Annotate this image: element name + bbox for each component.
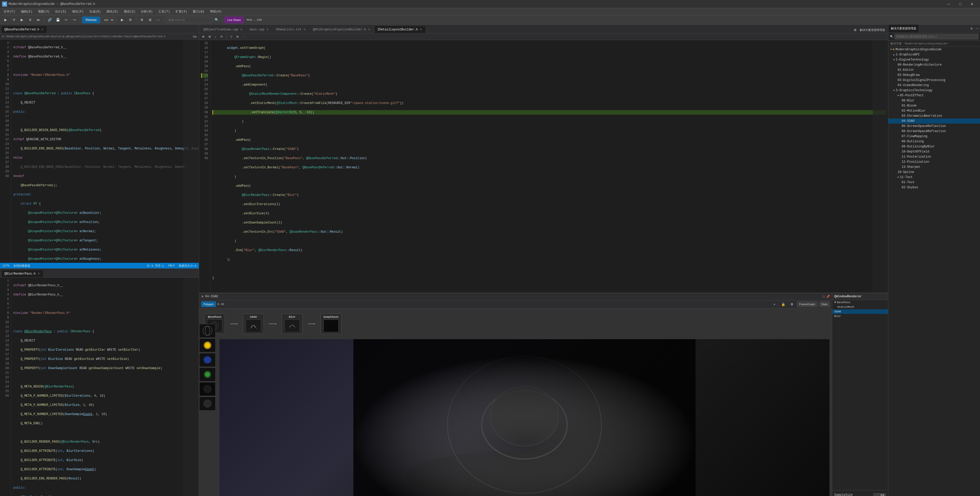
sol-item-ssrefraction[interactable]: 06-ScreenSpaceRefraction (888, 129, 980, 134)
tab-qbasepassdeferred[interactable]: QBasePassDeferred.h × (1, 26, 47, 33)
toolbar-step-button[interactable]: ⏭ (35, 17, 42, 23)
sol-item-chromatic[interactable]: 03-ChromaticAberration (888, 113, 980, 118)
menu-build[interactable]: 生成(B) (87, 8, 103, 15)
sol-item-root[interactable]: ▶ ⚙ ModernGraphicsEngineGuide (888, 47, 980, 52)
toolbar-save-button[interactable]: 💾 (54, 17, 62, 23)
close-button[interactable]: ✕ (966, 0, 978, 8)
tab-idetaillayout[interactable]: IDetailLayoutBuilder.h × (374, 26, 426, 33)
vp-lock-btn[interactable]: 🔒 (780, 301, 787, 308)
left-bottom-code-content[interactable]: #ifndef QBlurRenderPass_h__ #define QBlu… (11, 278, 199, 496)
sol-item-motionblur[interactable]: 02-MotionBlur (888, 108, 980, 113)
sol-item-pixelization[interactable]: 12-Pixelization (888, 159, 980, 164)
release-button[interactable]: Release (82, 17, 100, 23)
viewport-close-btn[interactable]: ✕ (201, 295, 204, 298)
sec-btn-filter[interactable]: ▽ (229, 34, 234, 39)
global-search-input[interactable] (166, 17, 212, 23)
vp-settings-btn2[interactable]: ⚙ (788, 301, 795, 308)
polygon-btn[interactable]: Polygon (201, 301, 216, 307)
toolbar-filter-button[interactable]: ⊞ (146, 17, 154, 23)
minimize-button[interactable]: ─ (943, 0, 955, 8)
tree-item-ssao[interactable]: SSAO (832, 309, 888, 314)
toolbar-attach-button[interactable]: 🔗 (46, 17, 53, 23)
sol-item-sharpen[interactable]: 13-Sharpen (888, 164, 980, 170)
sol-item-blur[interactable]: 00-Blur (888, 98, 980, 103)
path-go-button[interactable]: Go (193, 35, 197, 38)
tree-item-blur[interactable]: Blur (832, 314, 888, 319)
tab-close-qobject[interactable]: × (240, 27, 243, 32)
tab-close-main[interactable]: × (266, 27, 269, 32)
tab-close-idetail[interactable]: × (419, 27, 422, 32)
live-share-button[interactable]: Live Share (224, 17, 244, 23)
right-top-code-editor[interactable]: 1516171819 2021 22 2324252627 2829303132… (199, 40, 888, 293)
sol-item-enginetech[interactable]: ▶ 2-EngineTechnology (888, 57, 980, 62)
menu-help[interactable]: 帮助(H) (207, 8, 224, 15)
sol-item-graphicsapi[interactable]: ▶ 1-GraphicsAPI (888, 52, 980, 57)
sol-item-spline[interactable]: 10-Spline (888, 170, 980, 175)
tab-qrhigraphics[interactable]: QRhiGraphicsPipelineBuilder.h × (309, 26, 374, 33)
sol-item-debugdraw[interactable]: 02-DebugDraw (888, 73, 980, 78)
sol-item-ssao[interactable]: 04-SSAO (888, 118, 980, 124)
tab-maincpp[interactable]: main.cpp × (246, 26, 272, 33)
menu-debug[interactable]: 调试(D) (104, 8, 121, 15)
toolbar-back-button[interactable]: ▶ (2, 17, 9, 23)
tab-close-cmake[interactable]: × (303, 27, 306, 32)
toolbar-redo-button[interactable]: ↪ (71, 17, 78, 23)
sol-item-posterization[interactable]: 11-Posterization (888, 154, 980, 159)
menu-project[interactable]: 项目(P) (69, 8, 86, 15)
vp-add-btn[interactable]: + (771, 301, 778, 308)
tree-item-basepass[interactable]: ▼ BasePass (832, 300, 888, 305)
toolbar-pause-button[interactable]: ⏸ (27, 17, 34, 23)
viewport-maximize-btn[interactable]: □ (823, 295, 824, 298)
menu-window[interactable]: 窗口(W) (190, 8, 207, 15)
sol-item-dof[interactable]: 10-DepthOfField (888, 149, 980, 154)
menu-tools[interactable]: 工具(T) (156, 8, 172, 15)
menu-view[interactable]: 视图(V) (35, 8, 52, 15)
sec-btn-4[interactable]: ⟳ (219, 34, 224, 39)
sec-btn-collapse[interactable]: ⊟ (235, 34, 240, 39)
menu-extensions[interactable]: 扩展(X) (173, 8, 190, 15)
toolbar-refresh-button[interactable]: ↺ (10, 17, 18, 23)
far-right-close-btn[interactable]: ✕ (968, 27, 975, 30)
sol-item-renderarch[interactable]: 00-RenderingArchitecture (888, 62, 980, 67)
sol-item-01text[interactable]: 01-Text (888, 180, 980, 185)
sol-item-editor[interactable]: 01-Editor (888, 67, 980, 73)
left-bottom-code-editor[interactable]: 12345 678910 1112131415 1617181920 21222… (0, 278, 199, 496)
tab-close-qbase[interactable]: × (41, 27, 44, 32)
sol-item-flowmap[interactable]: 07-FlowMapping (888, 134, 980, 139)
sol-item-posteffect[interactable]: ▶ 05-PostEffect (888, 93, 980, 98)
menu-test[interactable]: 测试(S) (121, 8, 138, 15)
right-top-settings-btn[interactable]: ⚙ (852, 27, 859, 33)
toolbar-debug-run-button[interactable]: ⚙ (127, 17, 134, 23)
sol-item-skybox[interactable]: 02-Skybox (888, 185, 980, 190)
right-top-code-content[interactable]: widget.setFrameGraph( QFrameGraph::Begin… (210, 40, 888, 293)
maximize-button[interactable]: □ (955, 0, 966, 8)
tab-qobjecttreeview[interactable]: QObjectTreeView.cpp × (200, 26, 246, 33)
menu-edit[interactable]: 编辑(E) (18, 8, 35, 15)
tab-close-blur[interactable]: × (37, 272, 40, 276)
toolbar-play-button[interactable]: ▶ (18, 17, 25, 23)
tab-cmakelists[interactable]: CMakeLists.txt × (272, 26, 309, 33)
toolbar-more-button[interactable]: ⋯ (155, 17, 162, 23)
platform-dropdown[interactable]: x64 (101, 17, 115, 23)
far-right-more-btn[interactable]: ⋯ (975, 27, 980, 30)
toolbar-settings-button[interactable]: ⚙ (138, 17, 145, 23)
sol-item-videorendering[interactable]: 04-VideoRendering (888, 83, 980, 88)
menu-file[interactable]: 文件(F) (1, 8, 18, 15)
tab-close-qrhi[interactable]: × (368, 27, 371, 32)
sol-item-outliningblur[interactable]: 09-OutliningByBlur (888, 144, 980, 149)
toolbar-run-button[interactable]: ▶ (119, 17, 126, 23)
stats-btn[interactable]: Stats (819, 301, 830, 307)
sol-item-outlining[interactable]: 08-Outlining (888, 139, 980, 144)
viewport-pin-btn[interactable]: 📌 (826, 295, 830, 298)
sec-btn-more[interactable]: ⋯ (241, 34, 247, 39)
framegraph-btn[interactable]: FrameGraph (797, 301, 818, 307)
sol-item-ssr[interactable]: 05-ScreenSpaceReflection (888, 124, 980, 129)
toolbar-undo-button[interactable]: ↩ (62, 17, 70, 23)
se-search-input[interactable] (894, 34, 978, 39)
sol-item-graphicstech[interactable]: ▶ 3-GraphicsTechnology (888, 88, 980, 93)
solution-tree[interactable]: ▶ ⚙ ModernGraphicsEngineGuide ▶ 1-Graphi… (888, 47, 980, 496)
tab-solution-explorer[interactable]: 解决方案资源管理器 (888, 24, 919, 33)
menu-git[interactable]: Git(G) (53, 9, 69, 14)
sol-item-text[interactable]: ▶ 11-Text (888, 175, 980, 180)
sec-btn-1[interactable]: ⊕ (200, 34, 206, 39)
